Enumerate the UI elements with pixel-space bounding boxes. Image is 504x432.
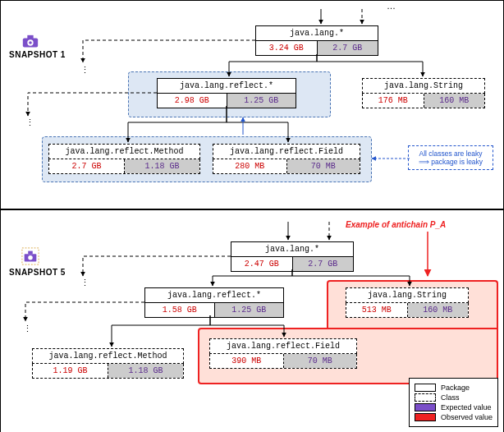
node-reflect-5: java.lang.reflect.* 1.58 GB 1.25 GB (144, 287, 284, 318)
callout-leaky: All classes are leaky ⟹ package is leaky (408, 145, 493, 170)
legend-label: Observed value (441, 413, 493, 421)
svg-text:⋮: ⋮ (80, 278, 89, 287)
node-title: java.lang.reflect.Field (209, 338, 357, 354)
snapshot5-panel: SNAPSHOT 5 Example of antichain P_A java… (1, 210, 503, 432)
node-java-lang-5: java.lang.* 2.47 GB 2.7 GB (231, 241, 354, 272)
legend-label: Expected value (441, 403, 492, 411)
legend-label: Class (441, 393, 460, 402)
node-title: java.lang.reflect.Method (48, 144, 200, 159)
observed-value: 1.19 GB (33, 364, 108, 378)
node-method-5: java.lang.reflect.Method 1.19 GB 1.18 GB (32, 348, 184, 379)
observed-value: 280 MB (213, 159, 287, 173)
legend-expected: Expected value (415, 403, 493, 411)
observed-value: 513 MB (346, 303, 408, 317)
svg-rect-12 (28, 251, 33, 255)
svg-point-13 (28, 255, 33, 260)
camera-icon (21, 34, 39, 48)
node-reflect: java.lang.reflect.* 2.98 GB 1.25 GB (157, 78, 296, 108)
expected-value: 70 MB (287, 159, 360, 173)
svg-text:⋮: ⋮ (25, 117, 34, 127)
node-title: java.lang.reflect.Method (32, 348, 184, 364)
node-string: java.lang.String 176 MB 160 MB (362, 78, 485, 108)
antichain-label: Example of antichain P_A (346, 220, 446, 229)
node-title: java.lang.reflect.* (157, 78, 296, 94)
observed-value: 2.98 GB (158, 94, 227, 108)
expected-value: 1.18 GB (108, 364, 183, 378)
node-field-5: java.lang.reflect.Field 390 MB 70 MB (209, 338, 357, 369)
svg-text:⋮: ⋮ (80, 65, 89, 75)
svg-text:⋮: ⋮ (23, 324, 32, 333)
node-title: java.lang.* (255, 25, 378, 41)
node-title: java.lang.reflect.* (144, 287, 284, 303)
node-title: java.lang.* (231, 241, 354, 257)
svg-rect-1 (27, 35, 33, 39)
observed-value: 176 MB (363, 94, 424, 108)
node-string-5: java.lang.String 513 MB 160 MB (346, 287, 469, 318)
legend-observed: Observed value (415, 413, 493, 421)
expected-value: 1.25 GB (227, 94, 296, 108)
node-title: java.lang.String (346, 287, 469, 303)
node-field: java.lang.reflect.Field 280 MB 70 MB (213, 144, 360, 174)
expected-value: 160 MB (408, 303, 469, 317)
node-title: java.lang.reflect.Field (213, 144, 360, 159)
diagram-container: SNAPSHOT 1 java.lang.* 3.24 GB 2.7 GB ja… (0, 0, 504, 432)
observed-value: 3.24 GB (256, 41, 318, 55)
snapshot5-label: SNAPSHOT 5 (9, 268, 66, 277)
svg-point-3 (29, 41, 32, 44)
legend-package: Package (415, 384, 493, 392)
legend-class: Class (415, 393, 493, 402)
node-title: java.lang.String (362, 78, 485, 94)
expected-value: 160 MB (424, 94, 485, 108)
ellipsis-1: … (387, 1, 396, 11)
snapshot1-panel: SNAPSHOT 1 java.lang.* 3.24 GB 2.7 GB ja… (1, 1, 503, 210)
observed-value: 2.47 GB (231, 257, 293, 271)
node-java-lang: java.lang.* 3.24 GB 2.7 GB (255, 25, 378, 56)
expected-value: 2.7 GB (318, 41, 378, 55)
legend-label: Package (441, 384, 470, 392)
expected-value: 2.7 GB (293, 257, 354, 271)
expected-value: 1.25 GB (215, 303, 284, 317)
observed-value: 2.7 GB (49, 159, 125, 173)
expected-value: 1.18 GB (125, 159, 199, 173)
legend: Package Class Expected value Observed va… (409, 378, 498, 427)
expected-value: 70 MB (284, 354, 357, 368)
snapshot1-label: SNAPSHOT 1 (9, 50, 66, 59)
observed-value: 1.58 GB (145, 303, 215, 317)
observed-value: 390 MB (210, 354, 284, 368)
node-method: java.lang.reflect.Method 2.7 GB 1.18 GB (48, 144, 200, 174)
camera-icon (21, 247, 39, 262)
